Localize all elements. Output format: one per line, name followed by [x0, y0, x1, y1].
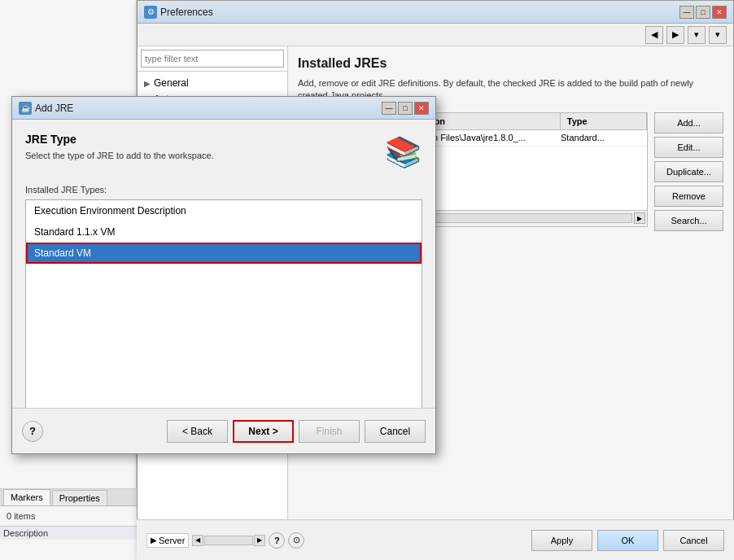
markers-tabs-row: Markers Properties — [0, 489, 137, 506]
dropdown-nav-arrow[interactable]: ▾ — [688, 26, 706, 44]
titlebar-controls: — □ ✕ — [679, 6, 727, 19]
tree-label-general: General — [154, 77, 189, 89]
dialog-app-icon: ☕ — [21, 104, 30, 112]
pref-nav-row: ◀ ▶ ▾ ▾ — [138, 24, 733, 46]
remove-button[interactable]: Remove — [654, 186, 723, 207]
forward-nav-arrow[interactable]: ▶ — [666, 26, 684, 44]
minimize-button[interactable]: — — [679, 6, 694, 19]
help-icon-button[interactable]: ? — [269, 532, 285, 549]
apply-button[interactable]: Apply — [531, 530, 592, 551]
dialog-close-icon: ✕ — [418, 104, 425, 112]
edit-button[interactable]: Edit... — [654, 137, 723, 158]
dialog-close-button[interactable]: ✕ — [414, 102, 429, 115]
row-type: Standard... — [561, 133, 640, 143]
dropdown-icon: ▾ — [694, 29, 699, 40]
toolbar-section-label: Server — [159, 536, 185, 545]
toolbar-section-icon: ▶ — [151, 536, 157, 545]
info-icon-button[interactable]: ⊙ — [288, 532, 304, 549]
preferences-icon: ⚙ — [144, 6, 157, 19]
finish-button[interactable]: Finish — [299, 420, 360, 443]
dropdown2-icon: ▾ — [715, 29, 720, 40]
preferences-title: Preferences — [160, 7, 213, 18]
installed-jres-title: Installed JREs — [298, 56, 723, 71]
dialog-help-button[interactable]: ? — [22, 421, 43, 442]
dialog-controls: — □ ✕ — [382, 102, 429, 115]
filter-input[interactable] — [141, 50, 284, 68]
dialog-description: Select the type of JRE to add to the wor… — [25, 151, 214, 160]
toolbar-nav: ◀ ▶ — [192, 535, 265, 546]
maximize-icon: □ — [701, 8, 705, 16]
forward-arrow-icon: ▶ — [672, 29, 679, 40]
dialog-maximize-button[interactable]: □ — [398, 102, 413, 115]
preferences-titlebar: ⚙ Preferences — □ ✕ — [138, 1, 733, 24]
dialog-header-section: JRE Type Select the type of JRE to add t… — [25, 133, 422, 172]
jre-types-list[interactable]: Execution Environment Description Standa… — [25, 199, 422, 419]
close-icon: ✕ — [716, 8, 723, 16]
toolbar-scroll-right[interactable]: ▶ — [254, 535, 265, 546]
dialog-icon-large: 📚 — [383, 133, 422, 172]
jre-side-buttons: Add... Edit... Duplicate... Remove Searc… — [654, 112, 723, 231]
installed-jre-types-label: Installed JRE Types: — [25, 185, 422, 195]
back-arrow-icon: ◀ — [651, 29, 658, 40]
dialog-title: Add JRE — [35, 103, 73, 114]
dialog-heading: JRE Type — [25, 133, 214, 146]
pref-toolbar-left: ▶ Server ◀ ▶ ? ⊙ — [146, 532, 304, 549]
next-button[interactable]: Next > — [233, 420, 294, 443]
gear-icon: ⚙ — [147, 7, 155, 16]
ok-button[interactable]: OK — [597, 530, 658, 551]
dialog-footer: ? < Back Next > Finish Cancel — [12, 408, 435, 453]
dialog-minimize-icon: — — [386, 104, 393, 112]
tree-arrow-general: ▶ — [144, 79, 151, 88]
jre-type-standard-11x[interactable]: Standard 1.1.x VM — [26, 221, 422, 243]
dialog-titlebar-left: ☕ Add JRE — [19, 102, 73, 115]
cancel-button-dialog[interactable]: Cancel — [365, 420, 426, 443]
markers-count: 0 items — [3, 510, 133, 523]
pref-filter — [138, 46, 287, 72]
minimize-icon: — — [684, 8, 691, 16]
pref-toolbar-section: ▶ Server — [146, 533, 189, 548]
close-button[interactable]: ✕ — [712, 6, 727, 19]
search-button[interactable]: Search... — [654, 210, 723, 231]
cancel-button[interactable]: Cancel — [663, 530, 724, 551]
tree-item-general[interactable]: ▶ General — [138, 75, 287, 91]
dialog-icon: ☕ — [19, 102, 32, 115]
help-question-icon: ? — [29, 425, 36, 437]
jre-type-standard-vm[interactable]: Standard VM — [26, 243, 422, 264]
dialog-maximize-icon: □ — [403, 104, 407, 112]
tab-markers[interactable]: Markers — [3, 489, 50, 505]
duplicate-button[interactable]: Duplicate... — [654, 161, 723, 182]
pref-toolbar: ▶ Server ◀ ▶ ? ⊙ Apply OK Cancel — [137, 519, 734, 560]
jre-type-execution-env[interactable]: Execution Environment Description — [26, 200, 422, 221]
titlebar-left: ⚙ Preferences — [144, 6, 213, 19]
bottom-panel: Markers Properties 0 items Description — [0, 488, 137, 560]
dialog-body: JRE Type Select the type of JRE to add t… — [12, 120, 435, 408]
add-button[interactable]: Add... — [654, 112, 723, 133]
dropdown2-nav-arrow[interactable]: ▾ — [709, 26, 727, 44]
description-label: Description — [0, 526, 137, 540]
toolbar-scrollbar[interactable] — [204, 536, 253, 545]
dialog-minimize-button[interactable]: — — [382, 102, 396, 115]
scroll-right-icon: ▶ — [637, 215, 642, 222]
dialog-header-text: JRE Type Select the type of JRE to add t… — [25, 133, 214, 160]
scroll-right-arrow[interactable]: ▶ — [634, 212, 645, 224]
back-nav-arrow[interactable]: ◀ — [645, 26, 663, 44]
tab-properties[interactable]: Properties — [52, 490, 107, 505]
toolbar-help-area: ? ⊙ — [269, 532, 304, 549]
toolbar-scroll-left[interactable]: ◀ — [192, 535, 203, 546]
dialog-titlebar: ☕ Add JRE — □ ✕ — [12, 97, 435, 120]
col-type: Type — [561, 113, 647, 129]
books-icon: 📚 — [385, 135, 422, 169]
add-jre-dialog: ☕ Add JRE — □ ✕ JRE Type Select the type… — [11, 96, 436, 454]
markers-content: 0 items — [0, 506, 137, 526]
maximize-button[interactable]: □ — [696, 6, 710, 19]
back-button[interactable]: < Back — [167, 420, 228, 443]
